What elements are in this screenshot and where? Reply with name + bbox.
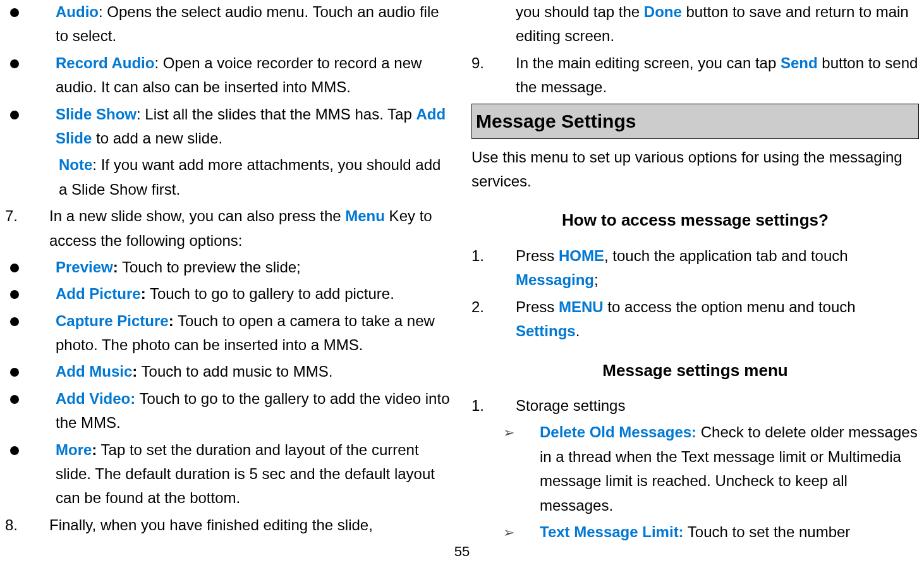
bullet-audio-text: Audio: Opens the select audio menu. Touc… — [56, 0, 453, 49]
step-9-text: In the main editing screen, you can tap … — [516, 51, 919, 100]
colon: : — [169, 312, 174, 329]
access-step-1: 1. Press HOME, touch the application tab… — [471, 244, 919, 293]
record-label: Record Audio — [56, 54, 154, 71]
text-limit-label: Text Message Limit: — [540, 523, 684, 540]
step-8-text: Finally, when you have finished editing … — [49, 513, 453, 537]
disc-icon — [5, 309, 56, 358]
bullet-audio: Audio: Opens the select audio menu. Touc… — [5, 0, 453, 49]
s1n2-t3: . — [576, 322, 580, 339]
music-label: Add Music — [56, 363, 132, 380]
addpic-text: Touch to go to gallery to add picture. — [146, 285, 394, 302]
colon: : — [113, 258, 118, 276]
num-9: 9. — [471, 51, 516, 100]
disc-icon — [5, 51, 56, 100]
slide-text2: to add a new slide. — [92, 130, 222, 147]
disc-icon — [5, 438, 56, 511]
slide-text1: : List all the slides that the MMS has. … — [137, 106, 416, 123]
preview-label: Preview — [56, 258, 113, 276]
bullet-capture-text: Capture Picture: Touch to open a camera … — [56, 309, 453, 358]
subheader-how-to-access: How to access message settings? — [471, 207, 919, 234]
bullet-add-picture: Add Picture: Touch to go to gallery to a… — [5, 282, 453, 306]
bullet-preview-text: Preview: Touch to preview the slide; — [56, 255, 453, 279]
arrow-icon: ➢ — [484, 520, 540, 544]
menu-label: Menu — [345, 207, 385, 224]
delete-old-label: Delete Old Messages: — [540, 423, 696, 440]
bullet-addpic-text: Add Picture: Touch to go to gallery to a… — [56, 282, 453, 306]
cont8-t1: you should tap the — [516, 3, 644, 20]
addpic-label: Add Picture — [56, 285, 141, 302]
messaging-label: Messaging — [516, 271, 594, 288]
num-2a: 2. — [471, 295, 516, 344]
step-9: 9. In the main editing screen, you can t… — [471, 51, 919, 100]
n9-t1: In the main editing screen, you can tap — [516, 54, 781, 71]
done-label: Done — [644, 3, 682, 20]
menu-item-1: 1. Storage settings — [471, 394, 919, 418]
left-column: Audio: Opens the select audio menu. Touc… — [5, 0, 453, 547]
music-text: Touch to add music to MMS. — [137, 363, 332, 380]
num-7: 7. — [5, 204, 49, 253]
page-container: Audio: Opens the select audio menu. Touc… — [0, 0, 924, 547]
note-label: Note — [59, 156, 92, 173]
disc-icon — [5, 360, 56, 384]
text-limit-text: Text Message Limit: Touch to set the num… — [540, 520, 919, 544]
s1n1-t3: ; — [594, 271, 599, 288]
bullet-video-text: Add Video: Touch to go to the gallery to… — [56, 387, 453, 435]
num-1a: 1. — [471, 244, 516, 293]
colon: : — [141, 285, 146, 302]
audio-label: Audio — [56, 3, 99, 20]
bullet-more-text: More: Tap to set the duration and layout… — [56, 438, 453, 511]
step-7: 7. In a new slide show, you can also pre… — [5, 204, 453, 253]
bullet-music-text: Add Music: Touch to add music to MMS. — [56, 360, 453, 384]
step-8: 8. Finally, when you have finished editi… — [5, 513, 453, 537]
s1n2-t1: Press — [516, 298, 559, 315]
disc-icon — [5, 0, 56, 49]
step-8-cont-text: you should tap the Done button to save a… — [516, 0, 919, 49]
s1n2-t2: to access the option menu and touch — [604, 298, 856, 315]
preview-text: Touch to preview the slide; — [118, 258, 301, 276]
n7-text1: In a new slide show, you can also press … — [49, 207, 345, 224]
bullet-preview: Preview: Touch to preview the slide; — [5, 255, 453, 279]
settings-label: Settings — [516, 322, 576, 339]
a2-text: Touch to set the number — [684, 523, 851, 540]
delete-old-text: Delete Old Messages: Check to delete old… — [540, 420, 919, 518]
intro-text: Use this menu to set up various options … — [471, 145, 919, 194]
bullet-record-text: Record Audio: Open a voice recorder to r… — [56, 51, 453, 100]
num-1b: 1. — [471, 394, 516, 418]
menu2-label: MENU — [559, 298, 604, 315]
access-step-2-text: Press MENU to access the option menu and… — [516, 295, 919, 344]
bullet-slide-text: Slide Show: List all the slides that the… — [56, 102, 453, 151]
video-label: Add Video: — [56, 390, 135, 407]
right-column: you should tap the Done button to save a… — [471, 0, 919, 547]
disc-icon — [5, 255, 56, 279]
subheader-settings-menu: Message settings menu — [471, 358, 919, 384]
section-header-message-settings: Message Settings — [471, 104, 919, 139]
bullet-record-audio: Record Audio: Open a voice recorder to r… — [5, 51, 453, 100]
step-8-cont: you should tap the Done button to save a… — [471, 0, 919, 49]
more-label: More — [56, 441, 92, 458]
access-step-2: 2. Press MENU to access the option menu … — [471, 295, 919, 344]
storage-settings-text: Storage settings — [516, 394, 919, 418]
s1n1-t2: , touch the application tab and touch — [604, 247, 848, 264]
page-number: 55 — [454, 540, 470, 562]
disc-icon — [5, 387, 56, 435]
bullet-more: More: Tap to set the duration and layout… — [5, 438, 453, 511]
note-block: Note: If you want add more attachments, … — [5, 153, 453, 202]
more-text: Tap to set the duration and layout of th… — [56, 441, 435, 507]
arrow-text-limit: ➢ Text Message Limit: Touch to set the n… — [484, 520, 919, 544]
send-label: Send — [781, 54, 818, 71]
arrow-delete-old: ➢ Delete Old Messages: Check to delete o… — [484, 420, 919, 518]
capture-label: Capture Picture — [56, 312, 169, 329]
bullet-add-music: Add Music: Touch to add music to MMS. — [5, 360, 453, 384]
num-8: 8. — [5, 513, 49, 537]
note-text: : If you want add more attachments, you … — [59, 156, 441, 197]
disc-icon — [5, 282, 56, 306]
arrow-icon: ➢ — [484, 420, 540, 518]
audio-text: : Opens the select audio menu. Touch an … — [56, 3, 439, 44]
bullet-add-video: Add Video: Touch to go to the gallery to… — [5, 387, 453, 435]
step-7-text: In a new slide show, you can also press … — [49, 204, 453, 253]
s1n1-t1: Press — [516, 247, 559, 264]
slide-label: Slide Show — [56, 106, 137, 123]
disc-icon — [5, 102, 56, 151]
home-label: HOME — [559, 247, 604, 264]
access-step-1-text: Press HOME, touch the application tab an… — [516, 244, 919, 293]
